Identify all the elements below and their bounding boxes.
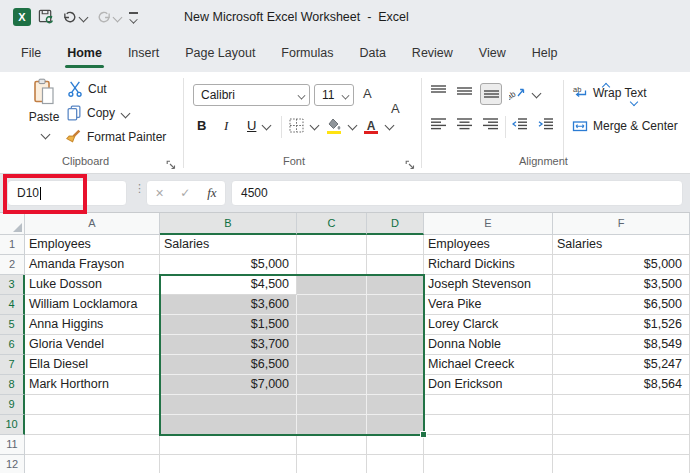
tab-home[interactable]: Home [54,34,115,72]
row-header-7[interactable]: 7 [0,355,25,375]
row-header-6[interactable]: 6 [0,335,25,355]
cell-B12[interactable] [160,455,297,473]
clipboard-dialog-launcher[interactable] [166,156,176,174]
cell-A9[interactable] [25,395,160,415]
merge-center-button[interactable]: Merge & Center [572,118,678,134]
orientation-dropdown-icon[interactable] [532,88,542,98]
tab-help[interactable]: Help [519,34,571,72]
insert-function-icon[interactable]: fx [207,185,216,201]
font-dialog-launcher[interactable] [405,156,415,174]
orientation-button[interactable]: ab [509,85,540,101]
cell-B11[interactable] [160,435,297,455]
cell-F10[interactable] [553,415,690,435]
underline-dropdown-icon[interactable] [262,121,272,131]
select-all-button[interactable] [0,213,25,235]
row-header-10[interactable]: 10 [0,415,25,435]
cell-E4[interactable]: Vera Pike [424,295,553,315]
row-header-11[interactable]: 11 [0,435,25,455]
row-header-2[interactable]: 2 [0,255,25,275]
formula-bar-handle[interactable]: ⋮ [134,186,145,191]
cut-button[interactable]: Cut [67,81,107,97]
copy-button[interactable]: Copy [66,105,129,121]
paste-button[interactable]: Paste [22,78,66,142]
cell-E12[interactable] [424,455,553,473]
cell-B2[interactable]: $5,000 [160,255,297,275]
tab-file[interactable]: File [8,34,54,72]
row-header-4[interactable]: 4 [0,295,25,315]
cell-A10[interactable] [25,415,160,435]
cell-A11[interactable] [25,435,160,455]
font-color-button[interactable]: A [363,116,393,134]
italic-button[interactable]: I [224,118,228,134]
tab-review[interactable]: Review [399,34,466,72]
tab-data[interactable]: Data [346,34,398,72]
col-header-D[interactable]: D [367,213,424,235]
cell-C12[interactable] [297,455,367,473]
cell-F5[interactable]: $1,526 [553,315,690,335]
borders-button[interactable] [289,118,318,133]
cell-F6[interactable]: $8,549 [553,335,690,355]
font-name-dropdown-icon[interactable] [298,91,306,99]
row-header-3[interactable]: 3 [0,275,25,295]
wrap-text-button[interactable]: ab Wrap Text [572,85,647,101]
col-header-B[interactable]: B [160,213,297,235]
middle-align-button[interactable] [456,85,472,101]
col-header-E[interactable]: E [424,213,553,235]
cell-D12[interactable] [367,455,424,473]
tab-page-layout[interactable]: Page Layout [172,34,268,72]
cell-E8[interactable]: Don Erickson [424,375,553,395]
tab-insert[interactable]: Insert [115,34,172,72]
font-name-combo[interactable]: Calibri [193,84,310,106]
cell-E7[interactable]: Michael Creeck [424,355,553,375]
decrease-indent-button[interactable] [511,118,527,134]
cell-F9[interactable] [553,395,690,415]
cell-A3[interactable]: Luke Dosson [25,275,160,295]
cell-F11[interactable] [553,435,690,455]
undo-button[interactable] [62,9,87,25]
cell-E1[interactable]: Employees [424,235,553,255]
cell-A4[interactable]: William Locklamora [25,295,160,315]
row-header-9[interactable]: 9 [0,395,25,415]
fill-color-button[interactable] [326,116,356,134]
row-header-8[interactable]: 8 [0,375,25,395]
quick-access-customize-button[interactable] [129,12,138,23]
undo-dropdown-icon[interactable] [79,12,89,22]
formula-input[interactable]: 4500 [231,180,683,206]
cell-F3[interactable]: $3,500 [553,275,690,295]
row-header-12[interactable]: 12 [0,455,25,473]
bottom-align-button[interactable] [480,83,502,105]
cell-E2[interactable]: Richard Dickins [424,255,553,275]
cell-F8[interactable]: $8,564 [553,375,690,395]
cell-F12[interactable] [553,455,690,473]
increase-indent-button[interactable] [537,118,553,134]
cell-A6[interactable]: Gloria Vendel [25,335,160,355]
align-right-button[interactable] [482,118,498,134]
cell-D1[interactable] [367,235,424,255]
borders-dropdown-icon[interactable] [310,121,320,131]
cell-F1[interactable]: Salaries [553,235,690,255]
cell-C11[interactable] [297,435,367,455]
cell-F7[interactable]: $5,247 [553,355,690,375]
cell-F2[interactable]: $5,000 [553,255,690,275]
format-painter-button[interactable]: Format Painter [66,129,166,145]
align-center-button[interactable] [456,118,472,134]
font-size-combo[interactable]: 11 [314,84,354,106]
enter-icon[interactable]: ✓ [180,186,190,200]
align-left-button[interactable] [430,118,446,134]
top-align-button[interactable] [430,85,446,101]
cell-E5[interactable]: Lorey Clarck [424,315,553,335]
cancel-icon[interactable]: × [155,185,163,201]
cell-A12[interactable] [25,455,160,473]
copy-dropdown-icon[interactable] [121,108,131,118]
fill-handle[interactable] [420,431,427,438]
cell-E11[interactable] [424,435,553,455]
cell-A8[interactable]: Mark Horthorn [25,375,160,395]
row-header-5[interactable]: 5 [0,315,25,335]
cell-C1[interactable] [297,235,367,255]
col-header-C[interactable]: C [297,213,367,235]
font-size-dropdown-icon[interactable] [342,91,350,99]
cell-E10[interactable] [424,415,553,435]
paste-dropdown-icon[interactable] [40,130,50,140]
cell-A2[interactable]: Amanda Frayson [25,255,160,275]
cell-F4[interactable]: $6,500 [553,295,690,315]
